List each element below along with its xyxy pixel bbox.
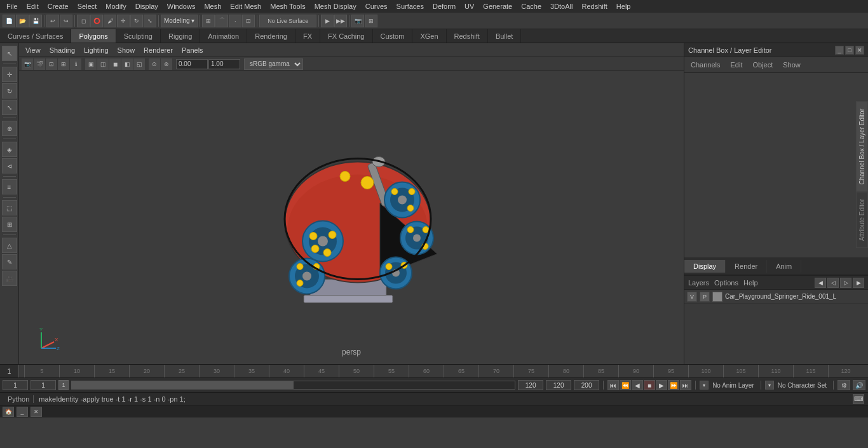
redo-icon[interactable]: ↪ (60, 15, 72, 27)
flat-icon[interactable]: ◱ (133, 58, 145, 70)
resolution-gate-icon[interactable]: ⊡ (46, 58, 57, 70)
menu-edit-mesh[interactable]: Edit Mesh (226, 1, 265, 11)
menu-edit[interactable]: Edit (23, 1, 43, 11)
xray-icon[interactable]: ⊛ (161, 58, 172, 70)
render-tab[interactable]: Render (726, 260, 767, 273)
renderer-menu[interactable]: Renderer (140, 45, 177, 55)
layer-nav-left-btn[interactable]: ◀ (815, 278, 826, 288)
menu-display[interactable]: Display (132, 1, 162, 11)
shaded-icon[interactable]: ◼ (109, 58, 121, 70)
layer-playback-btn[interactable]: P (700, 292, 710, 302)
snap-curve-icon[interactable]: ⌒ (215, 15, 228, 27)
menu-create[interactable]: Create (44, 1, 72, 11)
scale-tool-icon[interactable]: ⤡ (2, 100, 17, 115)
panel-close-btn[interactable]: ✕ (855, 46, 864, 55)
layers-nav-options[interactable]: Options (714, 279, 738, 287)
symmetry-icon[interactable]: ⊲ (2, 158, 17, 173)
open-scene-icon[interactable]: 📂 (16, 15, 29, 27)
range-end-input[interactable] (518, 380, 543, 390)
layer-nav-next-btn[interactable]: ▷ (840, 278, 851, 288)
grid-icon[interactable]: ⊞ (58, 58, 69, 70)
menu-3dtall[interactable]: 3DtoAll (546, 1, 576, 11)
heads-up-icon[interactable]: ℹ (70, 58, 81, 70)
taskbar-close[interactable]: ✕ (31, 407, 42, 417)
snap-point-icon[interactable]: · (229, 15, 241, 27)
audio-btn[interactable]: 🔊 (853, 380, 865, 390)
render-icon[interactable]: ▶ (321, 15, 334, 27)
shaded-texture-icon[interactable]: ◧ (121, 58, 133, 70)
char-set-arrow[interactable]: ▾ (765, 381, 774, 390)
menu-mesh-display[interactable]: Mesh Display (311, 1, 360, 11)
edit-nav[interactable]: Edit (728, 60, 745, 70)
tab-polygons[interactable]: Polygons (71, 29, 116, 43)
render-seq-icon[interactable]: ▶▶ (334, 15, 347, 27)
layer-visibility-btn[interactable]: V (687, 292, 697, 302)
frame-current-input[interactable] (31, 380, 56, 390)
transform-x-input[interactable] (176, 59, 208, 69)
layer-nav-prev-btn[interactable]: ◁ (827, 278, 839, 288)
menu-generate[interactable]: Generate (479, 1, 516, 11)
panel-float-btn[interactable]: □ (845, 46, 854, 55)
go-end-btn[interactable]: ⏭ (680, 380, 691, 390)
layout-icon[interactable]: ⊞ (365, 15, 377, 27)
select-icon[interactable]: ◻ (77, 15, 90, 27)
menu-mesh-tools[interactable]: Mesh Tools (266, 1, 309, 11)
menu-cache[interactable]: Cache (517, 1, 545, 11)
snap-grid-icon[interactable]: ⊞ (202, 15, 215, 27)
play-fwd-btn[interactable]: ▶ (656, 380, 667, 390)
film-gate-icon[interactable]: 🎬 (34, 58, 45, 70)
menu-help[interactable]: Help (613, 1, 635, 11)
menu-surfaces[interactable]: Surfaces (393, 1, 428, 11)
tab-bullet[interactable]: Bullet (488, 29, 522, 43)
panels-menu[interactable]: Panels (178, 45, 207, 55)
sculpt-icon[interactable]: ✎ (2, 254, 17, 269)
menu-select[interactable]: Select (74, 1, 101, 11)
wireframe-icon[interactable]: ▣ (85, 58, 97, 70)
layers-nav-help[interactable]: Help (743, 279, 758, 287)
step-fwd-btn[interactable]: ⏩ (668, 380, 679, 390)
menu-file[interactable]: File (3, 1, 22, 11)
rotate-icon[interactable]: ↻ (130, 15, 143, 27)
tab-sculpting[interactable]: Sculpting (116, 29, 161, 43)
save-scene-icon[interactable]: 💾 (29, 15, 42, 27)
rotate-tool-icon[interactable]: ↻ (2, 83, 17, 98)
panel-minimize-btn[interactable]: _ (835, 46, 844, 55)
play-back-btn[interactable]: ◀ (632, 380, 643, 390)
viewport-canvas[interactable]: persp X Y Z (19, 71, 684, 364)
view-menu[interactable]: View (22, 45, 44, 55)
menu-redshift[interactable]: Redshift (578, 1, 611, 11)
anim-tab[interactable]: Anim (767, 260, 801, 273)
display-tab[interactable]: Display (684, 260, 726, 273)
step-back-btn[interactable]: ⏪ (620, 380, 631, 390)
show-nav[interactable]: Show (780, 60, 803, 70)
tab-curves-surfaces[interactable]: Curves / Surfaces (0, 29, 71, 43)
taskbar-icon[interactable]: 🏠 (3, 407, 14, 417)
menu-windows[interactable]: Windows (163, 1, 200, 11)
scale-icon[interactable]: ⤡ (144, 15, 156, 27)
object-nav[interactable]: Object (750, 60, 775, 70)
tab-fx-caching[interactable]: FX Caching (320, 29, 372, 43)
modeling-dropdown[interactable]: Modeling ▾ (161, 15, 198, 27)
poly-icon[interactable]: △ (2, 238, 17, 253)
cam-icon[interactable]: 📷 (351, 15, 364, 27)
component-icon[interactable]: ⊞ (2, 217, 17, 232)
select-tool-icon[interactable]: ↖ (2, 46, 17, 61)
undo-icon[interactable]: ↩ (46, 15, 59, 27)
playback-speed-input[interactable] (574, 380, 599, 390)
marquee-icon[interactable]: ⬚ (2, 200, 17, 215)
taskbar-minimize[interactable]: _ (17, 407, 28, 417)
tab-rendering[interactable]: Rendering (247, 29, 295, 43)
show-menu[interactable]: Show (114, 45, 139, 55)
layers-nav-layers[interactable]: Layers (688, 279, 709, 287)
settings-btn[interactable]: ⚙ (837, 380, 850, 390)
transform-y-input[interactable] (208, 59, 240, 69)
snap-surface-icon[interactable]: ⊡ (242, 15, 255, 27)
tab-rigging[interactable]: Rigging (161, 29, 200, 43)
go-start-btn[interactable]: ⏮ (607, 380, 619, 390)
shading-menu[interactable]: Shading (46, 45, 79, 55)
tab-fx[interactable]: FX (295, 29, 320, 43)
attribute-editor-vtab[interactable]: Attribute Editor (856, 192, 868, 248)
soft-select-icon[interactable]: ◈ (2, 142, 17, 157)
range-slider[interactable] (71, 381, 515, 390)
lighting-menu[interactable]: Lighting (80, 45, 112, 55)
